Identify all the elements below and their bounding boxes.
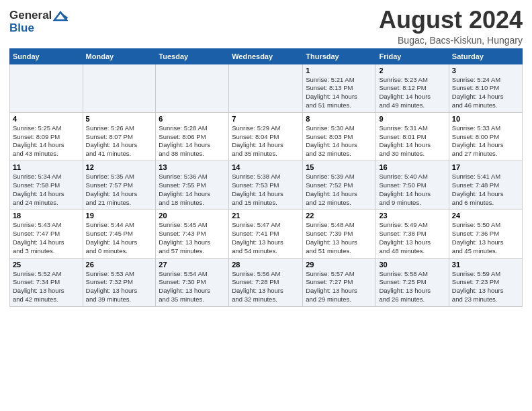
day-info: Sunrise: 5:23 AM Sunset: 8:12 PM Dayligh… <box>379 76 445 110</box>
calendar: Sunday Monday Tuesday Wednesday Thursday… <box>9 48 523 307</box>
day-info: Sunrise: 5:31 AM Sunset: 8:01 PM Dayligh… <box>379 124 445 158</box>
col-wednesday: Wednesday <box>229 48 303 64</box>
day-number: 27 <box>159 261 226 269</box>
day-info: Sunrise: 5:26 AM Sunset: 8:07 PM Dayligh… <box>86 124 153 158</box>
day-number: 26 <box>86 261 153 269</box>
day-number: 18 <box>13 212 80 220</box>
day-info: Sunrise: 5:28 AM Sunset: 8:06 PM Dayligh… <box>159 124 226 158</box>
table-row: 12Sunrise: 5:35 AM Sunset: 7:57 PM Dayli… <box>83 161 156 210</box>
day-number: 29 <box>306 261 373 269</box>
table-row <box>83 64 156 112</box>
day-number: 23 <box>379 212 445 220</box>
day-number: 21 <box>232 212 300 220</box>
table-row: 26Sunrise: 5:53 AM Sunset: 7:32 PM Dayli… <box>83 258 156 306</box>
day-info: Sunrise: 5:53 AM Sunset: 7:32 PM Dayligh… <box>86 270 153 304</box>
table-row: 20Sunrise: 5:45 AM Sunset: 7:43 PM Dayli… <box>156 210 229 258</box>
day-number: 10 <box>452 115 519 123</box>
table-row: 14Sunrise: 5:38 AM Sunset: 7:53 PM Dayli… <box>229 161 303 210</box>
day-info: Sunrise: 5:48 AM Sunset: 7:39 PM Dayligh… <box>306 221 373 255</box>
table-row: 2Sunrise: 5:23 AM Sunset: 8:12 PM Daylig… <box>376 64 449 112</box>
day-number: 7 <box>232 115 300 123</box>
table-row: 7Sunrise: 5:29 AM Sunset: 8:04 PM Daylig… <box>229 112 303 161</box>
day-info: Sunrise: 5:34 AM Sunset: 7:58 PM Dayligh… <box>13 173 80 207</box>
day-info: Sunrise: 5:38 AM Sunset: 7:53 PM Dayligh… <box>232 173 300 207</box>
table-row: 27Sunrise: 5:54 AM Sunset: 7:30 PM Dayli… <box>156 258 229 306</box>
day-info: Sunrise: 5:44 AM Sunset: 7:45 PM Dayligh… <box>86 221 153 255</box>
day-info: Sunrise: 5:30 AM Sunset: 8:03 PM Dayligh… <box>306 124 373 158</box>
day-number: 28 <box>232 261 300 269</box>
col-sunday: Sunday <box>10 48 83 64</box>
day-info: Sunrise: 5:49 AM Sunset: 7:38 PM Dayligh… <box>379 221 445 255</box>
day-number: 30 <box>379 261 445 269</box>
day-info: Sunrise: 5:36 AM Sunset: 7:55 PM Dayligh… <box>159 173 226 207</box>
table-row: 9Sunrise: 5:31 AM Sunset: 8:01 PM Daylig… <box>376 112 449 161</box>
day-number: 25 <box>13 261 80 269</box>
table-row: 6Sunrise: 5:28 AM Sunset: 8:06 PM Daylig… <box>156 112 229 161</box>
table-row: 5Sunrise: 5:26 AM Sunset: 8:07 PM Daylig… <box>83 112 156 161</box>
day-info: Sunrise: 5:35 AM Sunset: 7:57 PM Dayligh… <box>86 173 153 207</box>
logo: General Blue <box>9 9 68 34</box>
table-row: 13Sunrise: 5:36 AM Sunset: 7:55 PM Dayli… <box>156 161 229 210</box>
day-info: Sunrise: 5:29 AM Sunset: 8:04 PM Dayligh… <box>232 124 300 158</box>
day-number: 17 <box>452 163 519 171</box>
day-info: Sunrise: 5:40 AM Sunset: 7:50 PM Dayligh… <box>379 173 445 207</box>
table-row: 17Sunrise: 5:41 AM Sunset: 7:48 PM Dayli… <box>449 161 522 210</box>
table-row: 11Sunrise: 5:34 AM Sunset: 7:58 PM Dayli… <box>10 161 83 210</box>
table-row: 18Sunrise: 5:43 AM Sunset: 7:47 PM Dayli… <box>10 210 83 258</box>
table-row: 23Sunrise: 5:49 AM Sunset: 7:38 PM Dayli… <box>376 210 449 258</box>
day-number: 13 <box>159 163 226 171</box>
day-number: 3 <box>452 66 519 75</box>
day-info: Sunrise: 5:33 AM Sunset: 8:00 PM Dayligh… <box>452 124 519 158</box>
day-info: Sunrise: 5:58 AM Sunset: 7:25 PM Dayligh… <box>379 270 445 304</box>
table-row: 22Sunrise: 5:48 AM Sunset: 7:39 PM Dayli… <box>303 210 376 258</box>
day-info: Sunrise: 5:25 AM Sunset: 8:09 PM Dayligh… <box>13 124 80 158</box>
day-number: 5 <box>86 115 153 123</box>
title-block: August 2024 Bugac, Bacs-Kiskun, Hungary <box>379 7 523 46</box>
table-row: 10Sunrise: 5:33 AM Sunset: 8:00 PM Dayli… <box>449 112 522 161</box>
table-row: 30Sunrise: 5:58 AM Sunset: 7:25 PM Dayli… <box>376 258 449 306</box>
table-row: 16Sunrise: 5:40 AM Sunset: 7:50 PM Dayli… <box>376 161 449 210</box>
day-info: Sunrise: 5:47 AM Sunset: 7:41 PM Dayligh… <box>232 221 300 255</box>
day-info: Sunrise: 5:24 AM Sunset: 8:10 PM Dayligh… <box>452 76 519 110</box>
table-row: 24Sunrise: 5:50 AM Sunset: 7:36 PM Dayli… <box>449 210 522 258</box>
table-row <box>229 64 303 112</box>
table-row: 21Sunrise: 5:47 AM Sunset: 7:41 PM Dayli… <box>229 210 303 258</box>
day-number: 12 <box>86 163 153 171</box>
svg-marker-1 <box>60 12 68 20</box>
table-row: 8Sunrise: 5:30 AM Sunset: 8:03 PM Daylig… <box>303 112 376 161</box>
col-tuesday: Tuesday <box>156 48 229 64</box>
table-row: 3Sunrise: 5:24 AM Sunset: 8:10 PM Daylig… <box>449 64 522 112</box>
table-row: 29Sunrise: 5:57 AM Sunset: 7:27 PM Dayli… <box>303 258 376 306</box>
day-info: Sunrise: 5:45 AM Sunset: 7:43 PM Dayligh… <box>159 221 226 255</box>
table-row: 31Sunrise: 5:59 AM Sunset: 7:23 PM Dayli… <box>449 258 522 306</box>
day-info: Sunrise: 5:56 AM Sunset: 7:28 PM Dayligh… <box>232 270 300 304</box>
col-monday: Monday <box>83 48 156 64</box>
day-info: Sunrise: 5:39 AM Sunset: 7:52 PM Dayligh… <box>306 173 373 207</box>
day-info: Sunrise: 5:41 AM Sunset: 7:48 PM Dayligh… <box>452 173 519 207</box>
table-row: 19Sunrise: 5:44 AM Sunset: 7:45 PM Dayli… <box>83 210 156 258</box>
day-number: 24 <box>452 212 519 220</box>
table-row: 1Sunrise: 5:21 AM Sunset: 8:13 PM Daylig… <box>303 64 376 112</box>
table-row: 4Sunrise: 5:25 AM Sunset: 8:09 PM Daylig… <box>10 112 83 161</box>
day-number: 16 <box>379 163 445 171</box>
table-row: 15Sunrise: 5:39 AM Sunset: 7:52 PM Dayli… <box>303 161 376 210</box>
day-info: Sunrise: 5:59 AM Sunset: 7:23 PM Dayligh… <box>452 270 519 304</box>
day-number: 22 <box>306 212 373 220</box>
main-title: August 2024 <box>379 7 523 34</box>
day-info: Sunrise: 5:50 AM Sunset: 7:36 PM Dayligh… <box>452 221 519 255</box>
day-number: 1 <box>306 66 373 75</box>
subtitle: Bugac, Bacs-Kiskun, Hungary <box>379 35 523 46</box>
table-row: 25Sunrise: 5:52 AM Sunset: 7:34 PM Dayli… <box>10 258 83 306</box>
table-row <box>10 64 83 112</box>
day-number: 9 <box>379 115 445 123</box>
day-info: Sunrise: 5:43 AM Sunset: 7:47 PM Dayligh… <box>13 221 80 255</box>
day-info: Sunrise: 5:52 AM Sunset: 7:34 PM Dayligh… <box>13 270 80 304</box>
day-number: 6 <box>159 115 226 123</box>
table-row: 28Sunrise: 5:56 AM Sunset: 7:28 PM Dayli… <box>229 258 303 306</box>
day-info: Sunrise: 5:54 AM Sunset: 7:30 PM Dayligh… <box>159 270 226 304</box>
day-number: 14 <box>232 163 300 171</box>
day-number: 2 <box>379 66 445 75</box>
day-number: 8 <box>306 115 373 123</box>
day-number: 11 <box>13 163 80 171</box>
col-saturday: Saturday <box>449 48 522 64</box>
